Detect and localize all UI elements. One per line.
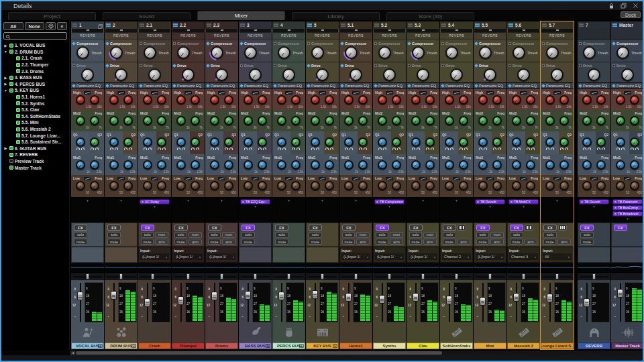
automation-strip[interactable] [172, 263, 205, 272]
drive-enable-icon[interactable] [307, 64, 311, 68]
compressor-label-row[interactable]: Compressor [508, 41, 539, 46]
monitor-button[interactable]: mon [390, 232, 403, 238]
tree-item[interactable]: 5.4. SoftHornStabs [1, 113, 69, 120]
eq-mid2-freq-knob[interactable] [90, 116, 99, 125]
compressor-label-row[interactable]: Compressor [274, 41, 304, 46]
tree-item[interactable]: ▶3. BASS BUS [1, 74, 69, 81]
send-level-slider[interactable] [508, 29, 539, 33]
eq-enable-icon[interactable] [541, 84, 545, 88]
eq-mid1-freq-knob[interactable] [157, 160, 166, 170]
fader-thumb[interactable] [178, 296, 184, 305]
solo-button[interactable]: solo [174, 232, 187, 238]
eq-high-freq-knob[interactable] [224, 95, 233, 105]
freq-slider-chip[interactable] [352, 177, 360, 180]
compressor-thresh-knob[interactable] [278, 46, 290, 59]
track-checkbox[interactable] [16, 95, 20, 99]
track-checkbox[interactable] [9, 166, 13, 170]
chevron-down-icon[interactable]: ▼ [3, 88, 8, 93]
arm-button[interactable]: arm [390, 239, 403, 245]
send-level-slider[interactable] [340, 29, 372, 33]
drive-label-row[interactable]: Drive [341, 63, 371, 68]
eq-mid2-gain-knob[interactable] [478, 116, 488, 125]
compressor-label-row[interactable]: Compressor [240, 41, 270, 46]
add-plugin-button[interactable]: + [541, 198, 574, 203]
compressor-enable-icon[interactable] [274, 42, 276, 45]
fader-track[interactable] [446, 282, 452, 322]
monitor-button[interactable]: mon [155, 232, 168, 238]
drive-knob[interactable] [282, 68, 295, 81]
tab-library[interactable]: Library [292, 12, 380, 20]
track-checkbox[interactable] [16, 69, 20, 73]
drive-label-row[interactable]: Drive [140, 63, 170, 68]
eq-q1-knob[interactable] [512, 137, 521, 147]
eq-low-gain-knob[interactable] [512, 181, 521, 190]
solo-button[interactable]: solo [107, 232, 121, 238]
eq-high-freq-knob[interactable] [425, 95, 435, 105]
input-section[interactable]: Input:(L)Input 1/▾ [172, 247, 205, 263]
drive-knob[interactable] [81, 68, 94, 81]
tree-item[interactable]: 5.1. Horns1 [1, 94, 69, 101]
track-checkbox[interactable] [9, 76, 13, 80]
tree-item[interactable]: ▶6. GUITAR BUS [1, 145, 69, 152]
track-checkbox[interactable] [16, 121, 20, 125]
fader-track[interactable] [379, 282, 385, 322]
reverb-send[interactable]: REVERB [239, 29, 272, 40]
drive-enable-icon[interactable] [240, 64, 243, 67]
add-plugin-button[interactable]: + [239, 204, 272, 209]
compressor-label-row[interactable]: Compressor [341, 41, 371, 46]
add-plugin-button[interactable]: + [578, 204, 610, 209]
eq-mid2-freq-knob[interactable] [630, 116, 639, 125]
compressor-enable-icon[interactable] [542, 42, 545, 45]
eq-mid1-gain-knob[interactable] [176, 160, 186, 170]
monitor-button[interactable]: mon [356, 232, 370, 238]
pan-thumb[interactable] [254, 274, 257, 280]
input-section[interactable]: Input:(L)Input 1/▾ [138, 247, 171, 263]
eq-mid1-gain-knob[interactable] [344, 160, 354, 170]
eq-low-gain-knob[interactable] [109, 181, 119, 190]
compressor-label-row[interactable]: Compressor [441, 41, 472, 46]
freq-slider-chip[interactable] [453, 177, 460, 180]
eq-low-gain-knob[interactable] [478, 181, 488, 190]
compressor-label-row[interactable]: Compressor [612, 41, 643, 46]
input-section[interactable]: Input:(L)Input 1/▾ [373, 247, 406, 263]
compressor-enable-icon[interactable] [374, 42, 377, 45]
eq-high-gain-knob[interactable] [176, 95, 186, 105]
track-name-label[interactable]: BASS BUS+ [239, 343, 272, 349]
select-none-button[interactable]: None [25, 22, 45, 30]
compressor-label-row[interactable]: Compressor [307, 41, 337, 46]
eq-q2-knob[interactable] [191, 137, 200, 147]
reverb-send[interactable]: REVERB [205, 29, 238, 40]
input-select[interactable]: Channel 3▾ [509, 253, 538, 260]
freq-slider-chip[interactable] [252, 177, 259, 180]
solo-button[interactable]: solo [309, 232, 322, 238]
eq-high-freq-knob[interactable] [526, 95, 535, 105]
fx-button[interactable]: FX [342, 225, 356, 231]
track-name-label[interactable]: VOCAL BUS+ [71, 343, 104, 349]
fader-thumb[interactable] [77, 292, 83, 300]
eq-enable-icon[interactable] [307, 84, 311, 88]
eq-high-freq-knob[interactable] [291, 95, 301, 105]
compressor-enable-icon[interactable] [508, 42, 511, 45]
track-checkbox[interactable] [16, 114, 20, 118]
eq-mid2-gain-knob[interactable] [344, 116, 354, 125]
compressor-enable-icon[interactable] [612, 42, 616, 46]
eq-mid1-gain-knob[interactable] [76, 160, 85, 170]
parametric-eq-header[interactable]: Parametric EQ [138, 82, 171, 88]
midi-keyboard-button-icon[interactable] [558, 225, 567, 231]
eq-mid1-freq-knob[interactable] [191, 160, 200, 170]
eq-low-gain-knob[interactable] [244, 181, 253, 190]
plugin-chip[interactable]: AC Delay [140, 199, 170, 204]
automation-strip[interactable] [138, 263, 171, 272]
input-select[interactable]: (L)Input 1/▾ [341, 253, 370, 260]
scrollbar-thumb[interactable] [76, 351, 442, 355]
eq-high-freq-knob[interactable] [157, 95, 166, 105]
eq-mid1-freq-knob[interactable] [224, 160, 233, 170]
drive-knob[interactable] [316, 68, 329, 81]
add-plugin-button[interactable]: + [272, 198, 305, 203]
eq-mid2-gain-knob[interactable] [210, 116, 219, 125]
reverb-send[interactable]: REVERB [105, 29, 138, 40]
track-name-label[interactable]: DRUM BUS- [105, 343, 138, 349]
channel-header[interactable]: 5.5 [474, 21, 506, 29]
eq-low-gain-knob[interactable] [76, 181, 85, 190]
tree-item[interactable]: Master Track [1, 164, 69, 171]
